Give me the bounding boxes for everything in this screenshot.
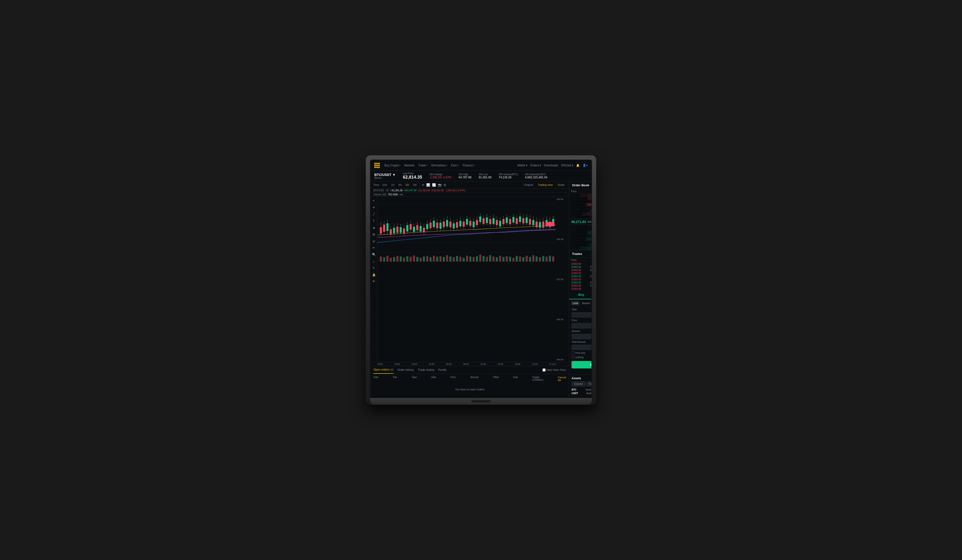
zoom-out-icon[interactable]: 🔍 (371, 252, 376, 257)
nav-derivatives[interactable]: Derivatives▾ (431, 164, 447, 167)
table-row[interactable]: 0.3662552 0.3662552 0.3662552 (569, 216, 591, 219)
price-input[interactable] (574, 324, 591, 327)
svg-rect-26 (449, 257, 451, 262)
original-view-btn[interactable]: Original (523, 183, 534, 187)
timeframe-1w[interactable]: 1W (412, 183, 418, 187)
buy-button[interactable]: Buy (571, 361, 591, 369)
volume-value: 783.439K (388, 193, 398, 196)
logo-icon[interactable] (374, 163, 380, 168)
convert-icon[interactable]: ⇄ (422, 183, 425, 187)
table-row[interactable]: 0.3662552 0.3662552 0.3662552 (569, 234, 591, 237)
nav-downloads[interactable]: Downloads (544, 164, 558, 167)
svg-rect-113 (469, 221, 471, 226)
shape-tool[interactable]: ◈ (371, 225, 376, 230)
timeframe-4h[interactable]: 4H (397, 183, 403, 187)
line-tool[interactable]: ╱ (371, 211, 376, 217)
timeframe-1d[interactable]: 1D (405, 183, 410, 187)
lock-icon[interactable]: 🔒 (371, 272, 376, 277)
nav-trade[interactable]: Trade▾ (418, 164, 428, 167)
mid-price: 48,271.83 (571, 220, 586, 224)
table-row[interactable]: 0.3662552 0.3662552 0.3662552 (569, 228, 591, 231)
chart-canvas[interactable]: ↖ ✛ ╱ T ◈ ⊞ ◎ ✒ 🔍 ⊥ ✎ 🔒 👁 (371, 196, 569, 362)
screenshot-icon[interactable]: 📷 (438, 183, 442, 187)
nav-left: Buy Crypto▾ Markets Trade▾ Derivatives▾ … (374, 163, 475, 168)
svg-rect-91 (433, 221, 435, 227)
nav-buy-crypto[interactable]: Buy Crypto▾ (384, 164, 400, 167)
trading-pair[interactable]: BTC/USDT ▼ Bitcoin (374, 173, 396, 179)
text-tool[interactable]: T (371, 218, 376, 224)
eraser-tool[interactable]: ✎ (371, 265, 376, 270)
open-orders-tab[interactable]: Open orders (0) (373, 366, 394, 374)
indicator-icon[interactable]: 📈 (432, 183, 436, 187)
magnet-tool[interactable]: ⊥ (371, 259, 376, 264)
chevron-down-icon: ▾ (473, 164, 475, 166)
fibonacci-tool[interactable]: ⊞ (371, 232, 376, 237)
total-amount-input-wrap[interactable] (571, 345, 591, 350)
table-row[interactable]: 0.3662552 0.3662552 0.3662552 (569, 194, 591, 197)
table-row[interactable]: 0.3662552 0.3662552 0.3662552 (569, 231, 591, 234)
trading-view-btn[interactable]: Trading view (536, 183, 554, 187)
table-row[interactable]: 0.3662552 0.3662552 0.3662552 (569, 237, 591, 240)
svg-rect-145 (522, 218, 524, 223)
assets-header: Assets Buy with GBP (571, 377, 591, 380)
limit-tab[interactable]: Limit (571, 301, 579, 305)
funds-tab[interactable]: Funds (438, 366, 446, 373)
table-row[interactable]: 0.3662552 0.3662552 0.3662552 (569, 247, 591, 250)
cancel-all-button[interactable]: Cancel All (558, 376, 566, 381)
chart-type-icon[interactable]: 📊 (426, 183, 430, 187)
table-row[interactable]: 0.3662552 0.3662552 0.3662552 (569, 240, 591, 244)
timeframe-1h[interactable]: 1H (390, 183, 395, 187)
table-row[interactable]: 0.3662552 0.3662552 0.3662552 (569, 209, 591, 212)
circle-tool[interactable]: ◎ (371, 238, 376, 244)
svg-rect-87 (426, 224, 428, 229)
deposit-button[interactable]: Deposit (571, 381, 585, 386)
cursor-tool[interactable]: ↖ (371, 198, 376, 203)
timeframe-15m[interactable]: 15m (381, 183, 388, 187)
svg-rect-36 (483, 256, 484, 261)
amount-input-wrap[interactable] (571, 334, 591, 339)
table-row[interactable]: 0.3662552 0.3662552 0.3662552 (569, 206, 591, 209)
table-row[interactable]: 0.3662552 0.3662552 0.3662552 (569, 225, 591, 228)
nav-markets[interactable]: Markets (404, 164, 415, 167)
svg-rect-9 (393, 257, 395, 262)
post-only-checkbox[interactable] (571, 351, 575, 354)
ohlc-change: -1,591.63 (-2.47%) (445, 189, 465, 192)
table-row[interactable]: 0.3662552 0.3662552 0.3662552 (569, 203, 591, 206)
svg-rect-48 (522, 257, 524, 262)
nav-right: Wallet▾ Orders▾ Downloads EN/Usd▾ 🔔 👤▾ (517, 164, 588, 167)
buy-tab[interactable]: Buy (569, 290, 591, 299)
table-row[interactable]: 0.3662552 0.3662552 0.3662552 (569, 200, 591, 203)
price-axis: 650.00 635.00 620.00 600.00 560.00 (556, 196, 569, 362)
nav-orders[interactable]: Orders▾ (530, 164, 541, 167)
eye-icon[interactable]: 👁 (371, 279, 376, 284)
table-row[interactable]: 0.3662552 0.3662552 0.3662552 (569, 212, 591, 216)
total-input-wrap[interactable] (571, 312, 591, 317)
hide-other-pairs-checkbox[interactable] (542, 369, 546, 372)
crosshair-tool[interactable]: ✛ (371, 205, 376, 210)
table-row[interactable]: 0.3662552 0.3662552 0.3662552 (569, 244, 591, 247)
nav-wallet[interactable]: Wallet▾ (517, 164, 527, 167)
pencil-tool[interactable]: ✒ (371, 245, 376, 250)
market-tab[interactable]: Market (580, 301, 591, 305)
total-input[interactable] (574, 314, 591, 316)
transfer-button[interactable]: Transfer (586, 381, 591, 386)
nav-language[interactable]: EN/Usd▾ (561, 164, 573, 167)
notification-icon[interactable]: 🔔 (576, 164, 580, 167)
fullscreen-icon[interactable]: ⊞ (444, 183, 446, 187)
svg-rect-15 (413, 256, 415, 261)
iceberg-checkbox[interactable] (571, 356, 575, 359)
total-amount-input[interactable] (574, 346, 591, 349)
price-input-wrap[interactable] (571, 323, 591, 328)
order-history-tab[interactable]: Order history (397, 366, 414, 373)
top-navigation: Buy Crypto▾ Markets Trade▾ Derivatives▾ … (371, 160, 591, 171)
amount-input[interactable] (574, 335, 591, 338)
user-icon[interactable]: 👤▾ (583, 164, 588, 167)
table-row[interactable]: 0.3662552 0.3662552 0.3662552 (569, 197, 591, 200)
svg-rect-35 (479, 255, 481, 262)
depth-view-btn[interactable]: Depth (556, 183, 566, 187)
svg-rect-79 (413, 227, 415, 232)
nav-earn[interactable]: Earn▾ (451, 164, 458, 167)
svg-rect-151 (533, 220, 534, 225)
trade-history-tab[interactable]: Trade history (418, 366, 435, 373)
nav-finance[interactable]: Finance▾ (463, 164, 475, 167)
